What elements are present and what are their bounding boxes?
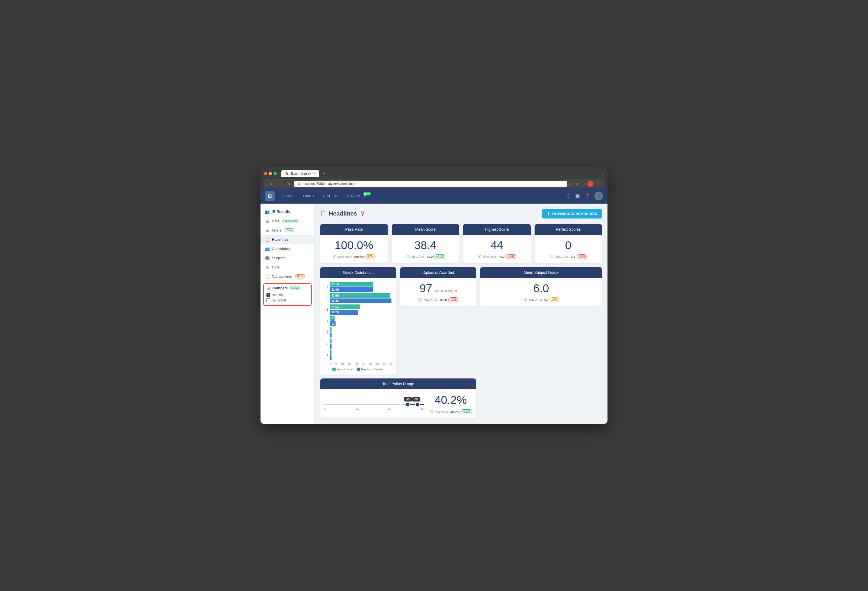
stat-card-perfect-scores: Perfect Scores 0 🕐 May 2023: 3.0 -3.00 (534, 224, 602, 263)
maximize-dot[interactable] (273, 172, 277, 175)
compare-world-checkbox[interactable] (266, 298, 270, 302)
diplomas-comparison: 🕐 May 2023: 100.0 -3.00 (404, 297, 472, 302)
cast-icon[interactable]: ⊡ (569, 182, 573, 186)
reload-button[interactable]: ↻ (285, 182, 292, 186)
page-help-icon[interactable]: ❓ (360, 211, 365, 216)
chart-row-2: 2 (324, 338, 393, 349)
sidebar-item-components[interactable]: 📄 Components Beta (260, 272, 314, 281)
bar-5-blue: 20.2% (330, 310, 358, 315)
download-icon: ⬇ (547, 212, 550, 216)
highest-score-comparison: 🕐 May 2023: 45.0 -1.00 (467, 254, 526, 259)
compare-box: 📊 Compare New vs. past vs. World (263, 283, 312, 306)
compare-option-world[interactable]: vs. World (266, 298, 309, 303)
stat-card-total-points: Total Points Range 40 45 (320, 378, 476, 418)
mean-score-header: Mean Score (392, 224, 459, 235)
components-icon: 📄 (265, 274, 270, 279)
legend-previous-session: Previous Session (357, 368, 384, 371)
tab-favicon: 🔖 (285, 171, 289, 176)
chart-row-3: 3 (324, 327, 393, 337)
slider-bottom-labels: 0 24 40 45 (325, 408, 424, 411)
address-bar[interactable]: 🔒 localhost:3003/analyser/ib/headlines (294, 181, 567, 187)
bar-4-teal: 3.6% (330, 316, 335, 321)
candidates-icon: 👥 (265, 247, 270, 251)
highest-score-value: 44 (467, 239, 526, 251)
nav-analyser[interactable]: ANALYSER New (343, 192, 370, 200)
sidebar: 👥 IB Results ▦ Data Improved ☰ Filters N… (260, 204, 315, 424)
chart-row-6: 6 43.5% 44.3% (324, 293, 393, 303)
close-dot[interactable] (264, 172, 267, 175)
clock-icon-3: 🕐 (477, 255, 481, 259)
filters-badge: New (285, 228, 294, 232)
nav-display[interactable]: DISPLAY (319, 192, 342, 200)
theme-toggle-icon[interactable]: ☾ (567, 193, 571, 199)
lock-icon: 🔒 (297, 182, 301, 185)
bookmark-icon[interactable]: ☆ (575, 182, 579, 186)
legend-blue-color (357, 368, 360, 371)
diplomas-header: Diplomas Awarded (400, 267, 476, 278)
clock-icon-4: 🕐 (550, 255, 554, 259)
perfect-scores-value: 0 (539, 239, 598, 251)
nav-timer[interactable]: TIMER (299, 192, 318, 200)
bar-1-teal (330, 350, 332, 355)
minimize-dot[interactable] (269, 172, 272, 175)
sidebar-item-candidates[interactable]: 👥 Candidates (260, 244, 314, 254)
extension-icon[interactable]: ⊞ (582, 182, 585, 186)
analyser-new-badge: New (363, 192, 371, 195)
compare-option-past[interactable]: vs. past (266, 292, 309, 298)
profile-avatar[interactable]: F (588, 181, 593, 187)
tab-close-button[interactable]: ✕ (313, 171, 316, 175)
clock-icon-6: 🕐 (523, 298, 527, 302)
nav-home[interactable]: HOME (279, 192, 298, 200)
menu-icon[interactable]: ⋮ (596, 182, 600, 186)
mean-subject-value: 6.0 (484, 282, 598, 295)
components-badge: Beta (295, 274, 305, 278)
mean-subject-header: Mean Subject Grade (480, 267, 602, 278)
sidebar-section-title: 👥 IB Results (260, 207, 314, 217)
total-points-big-value: 40.2% (430, 394, 472, 407)
user-avatar[interactable]: 👤 (595, 192, 603, 200)
slider-thumb-1[interactable] (405, 402, 410, 407)
total-points-change: +1.2% (461, 409, 472, 414)
diplomas-subtitle: Inc. 16 bilingual (434, 289, 457, 293)
bar-2-teal (330, 338, 332, 343)
thumb2-label: 45 (412, 397, 420, 402)
sidebar-item-subjects[interactable]: 📚 Subjects (260, 254, 314, 263)
bar-6-blue: 44.3% (330, 298, 391, 303)
compare-past-checkbox[interactable] (266, 293, 270, 297)
total-points-header: Total Points Range (320, 378, 476, 389)
compare-icon: 📊 (266, 286, 271, 290)
slider-thumb-2[interactable] (415, 402, 420, 407)
new-tab-button[interactable]: + (323, 171, 325, 176)
highest-score-change: -1.00 (506, 254, 516, 259)
middle-bottom-col: Mean Subject Grade 6.0 🕐 May 2023: 6.0 0… (480, 267, 602, 306)
stat-card-mean-score: Mean Score 38.4 🕐 May 2023: 38.2 +0.12 (392, 224, 459, 263)
diplomas-change: -3.00 (448, 297, 458, 302)
help-icon[interactable]: ❓ (584, 193, 590, 199)
top-navigation: ⊞ HOME TIMER DISPLAY ANALYSER New ☾ ▣ ❓ … (260, 188, 608, 204)
page-header: 📋 Headlines ❓ ⬇ DOWNLOAD HEADLINES (320, 209, 602, 219)
headlines-icon: 📋 (265, 238, 270, 242)
tab-title: Exam Display (291, 171, 311, 176)
bar-4-blue: 4.0% (330, 321, 336, 326)
diplomas-value: 97 (420, 282, 433, 295)
sidebar-item-headlines[interactable]: 📋 Headlines (260, 235, 314, 244)
pass-rate-value: 100.0% (325, 239, 384, 251)
grade-dist-header: Grade Distribution (320, 267, 396, 278)
chart-row-7: 7 31.1% 31.0% (324, 282, 393, 292)
sidebar-item-core[interactable]: ⚙ Core (260, 263, 314, 272)
browser-tab[interactable]: 🔖 Exam Display ✕ (281, 170, 319, 177)
download-headlines-button[interactable]: ⬇ DOWNLOAD HEADLINES (542, 209, 602, 219)
sidebar-item-data[interactable]: ▦ Data Improved (260, 217, 314, 226)
mean-score-change: +0.12 (434, 254, 445, 259)
stat-card-grade-distribution: Grade Distribution 7 31.1% 31.0% (320, 267, 396, 375)
highest-score-header: Highest Score (463, 224, 531, 235)
back-button[interactable]: ‹ (268, 182, 275, 186)
slider-track (325, 404, 424, 405)
chart-legend: Your School Previous Session (324, 368, 393, 371)
filters-icon: ☰ (265, 228, 270, 233)
forward-button[interactable]: › (277, 182, 283, 186)
headlines-page-icon: 📋 (320, 211, 326, 217)
subjects-icon: 📚 (265, 256, 270, 260)
sidebar-item-filters[interactable]: ☰ Filters New (260, 226, 314, 235)
feedback-icon[interactable]: ▣ (575, 193, 580, 199)
